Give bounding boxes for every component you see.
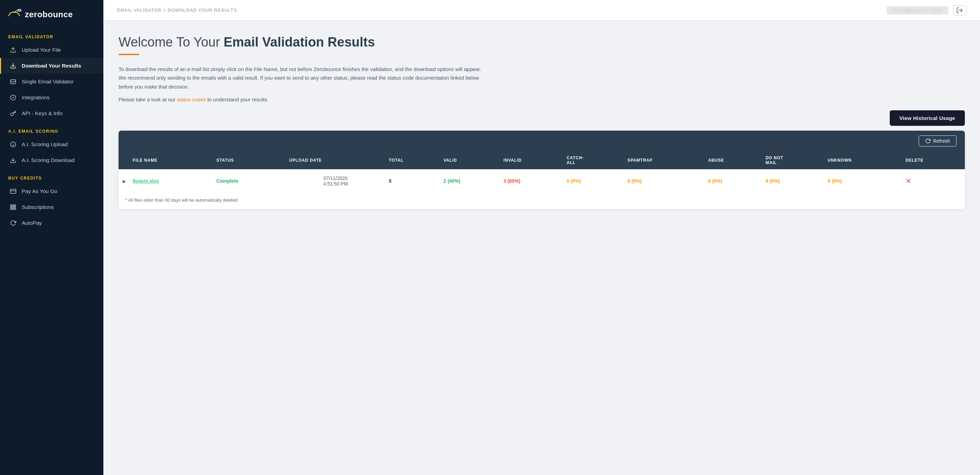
sidebar-item-single-email-validator[interactable]: Single Email Validator: [0, 74, 103, 89]
logo-area: zerobounce: [0, 0, 103, 27]
sidebar-item-label-pay-as-you-go: Pay As You Go: [22, 188, 57, 194]
logo-text: zerobounce: [25, 10, 73, 19]
view-historical-usage-button[interactable]: View Historical Usage: [890, 110, 965, 126]
breadcrumb: EMAIL VALIDATOR > DOWNLOAD YOUR RESULTS: [117, 8, 237, 13]
sidebar-sections: Email ValidatorUpload Your FileDownload …: [0, 27, 103, 231]
action-row: View Historical Usage: [119, 110, 965, 126]
results-table-card: Refresh FILE NAME STATUS UPLOAD DATE TOT…: [119, 131, 965, 209]
col-invalid: INVALID: [500, 151, 563, 169]
sidebar-section-label-ai-email-scoring: A.I. Email Scoring: [0, 121, 103, 137]
col-do-not-mail: DO NOTMAIL: [762, 151, 824, 169]
row-do-not-mail: 0 (0%): [762, 169, 824, 193]
col-file-name: FILE NAME: [129, 151, 213, 169]
row-delete[interactable]: ✕: [902, 169, 965, 193]
svg-rect-13: [11, 207, 16, 208]
svg-rect-14: [11, 209, 16, 210]
table-header-row: FILE NAME STATUS UPLOAD DATE TOTAL VALID…: [119, 151, 965, 169]
col-abuse: ABUSE: [705, 151, 762, 169]
row-file-name[interactable]: 5users.xlsx: [129, 169, 213, 193]
col-total: TOTAL: [385, 151, 440, 169]
sidebar-item-download-your-results[interactable]: Download Your Results: [0, 58, 103, 74]
header-user-display: user@email.com: [887, 6, 948, 14]
row-unknown: 0 (0%): [824, 169, 902, 193]
logo-icon: [7, 9, 21, 20]
col-spamtrap: SPAMTRAP: [624, 151, 705, 169]
sidebar-item-label-ai-scoring-download: A.I. Scoring Download: [22, 157, 75, 163]
sidebar-item-label-ai-scoring-upload: A.I. Scoring Upload: [22, 141, 68, 148]
refresh-button[interactable]: Refresh: [919, 135, 956, 147]
main-content: EMAIL VALIDATOR > DOWNLOAD YOUR RESULTS …: [103, 0, 980, 475]
results-table: FILE NAME STATUS UPLOAD DATE TOTAL VALID…: [119, 151, 965, 193]
logout-button[interactable]: [953, 5, 966, 16]
sidebar-icon-download-your-results: [9, 62, 17, 70]
col-upload-date: UPLOAD DATE: [286, 151, 385, 169]
sidebar-item-pay-as-you-go[interactable]: Pay As You Go: [0, 183, 103, 199]
refresh-label: Refresh: [933, 138, 950, 144]
sidebar-section-label-buy-credits: Buy Credits: [0, 168, 103, 183]
col-arrow: [119, 151, 129, 169]
sidebar-item-label-api-keys-info: API - Keys & Info: [22, 110, 62, 116]
svg-rect-4: [11, 80, 16, 84]
row-abuse: 0 (0%): [705, 169, 762, 193]
sidebar-icon-integrations: [9, 94, 17, 101]
row-spamtrap: 0 (0%): [624, 169, 705, 193]
logout-icon: [956, 7, 963, 14]
table-row: ▶ 5users.xlsx Complete 07/11/20204:51:50…: [119, 169, 965, 193]
delete-button[interactable]: ✕: [905, 177, 912, 185]
sidebar: zerobounce Email ValidatorUpload Your Fi…: [0, 0, 103, 475]
sidebar-item-label-integrations: Integrations: [22, 94, 49, 100]
table-toolbar: Refresh: [119, 131, 965, 151]
row-upload-date: 07/11/20204:51:50 PM: [286, 169, 385, 193]
status-codes-link[interactable]: status codes: [177, 97, 206, 102]
description-main: To download the results of an e-mail lis…: [119, 65, 484, 91]
file-link[interactable]: 5users.xlsx: [133, 178, 159, 184]
sidebar-item-integrations[interactable]: Integrations: [0, 89, 103, 105]
page-content: Welcome To Your Email Validation Results…: [103, 21, 980, 475]
svg-rect-10: [10, 189, 16, 193]
col-catch-all: CATCH-ALL: [563, 151, 624, 169]
sidebar-item-ai-scoring-download[interactable]: A.I. Scoring Download: [0, 152, 103, 168]
row-status: Complete: [213, 169, 286, 193]
row-catch-all: 0 (0%): [563, 169, 624, 193]
svg-rect-12: [11, 205, 16, 206]
sidebar-section-label-email-validator: Email Validator: [0, 27, 103, 42]
title-underline: [119, 54, 139, 55]
sidebar-item-upload-your-file[interactable]: Upload Your File: [0, 42, 103, 58]
header-right: user@email.com: [887, 5, 966, 16]
page-title: Welcome To Your Email Validation Results: [119, 35, 965, 50]
sidebar-icon-api-keys-info: [9, 110, 17, 117]
sidebar-icon-autopay: [9, 219, 17, 227]
sidebar-icon-ai-scoring-upload: [9, 141, 17, 148]
sidebar-icon-upload-your-file: [9, 46, 17, 54]
col-delete: DELETE: [902, 151, 965, 169]
refresh-icon: [925, 138, 931, 144]
header: EMAIL VALIDATOR > DOWNLOAD YOUR RESULTS …: [103, 0, 980, 21]
col-unknown: UNKNOWN: [824, 151, 902, 169]
sidebar-item-label-subscriptions: Subscriptions: [22, 204, 54, 210]
sidebar-item-autopay[interactable]: AutoPay: [0, 215, 103, 231]
sidebar-item-label-download-your-results: Download Your Results: [22, 63, 81, 69]
sidebar-item-ai-scoring-upload[interactable]: A.I. Scoring Upload: [0, 137, 103, 152]
table-footer-note: * All files older than 30 days will be a…: [119, 193, 965, 209]
sidebar-icon-single-email-validator: [9, 78, 17, 86]
row-total: 5: [385, 169, 440, 193]
sidebar-icon-ai-scoring-download: [9, 156, 17, 164]
sidebar-icon-subscriptions: [9, 203, 17, 211]
sidebar-item-api-keys-info[interactable]: API - Keys & Info: [0, 105, 103, 121]
sidebar-item-label-single-email-validator: Single Email Validator: [22, 78, 73, 85]
row-arrow: ▶: [119, 169, 129, 193]
sidebar-icon-pay-as-you-go: [9, 188, 17, 195]
row-valid: 2 (40%): [440, 169, 500, 193]
col-valid: VALID: [440, 151, 500, 169]
sidebar-item-subscriptions[interactable]: Subscriptions: [0, 199, 103, 215]
row-invalid: 3 (60%): [500, 169, 563, 193]
description-secondary: Please take a look at our status codes t…: [119, 95, 484, 104]
sidebar-item-label-autopay: AutoPay: [22, 220, 42, 226]
col-status: STATUS: [213, 151, 286, 169]
sidebar-item-label-upload-your-file: Upload Your File: [22, 47, 61, 53]
svg-point-6: [11, 142, 16, 147]
